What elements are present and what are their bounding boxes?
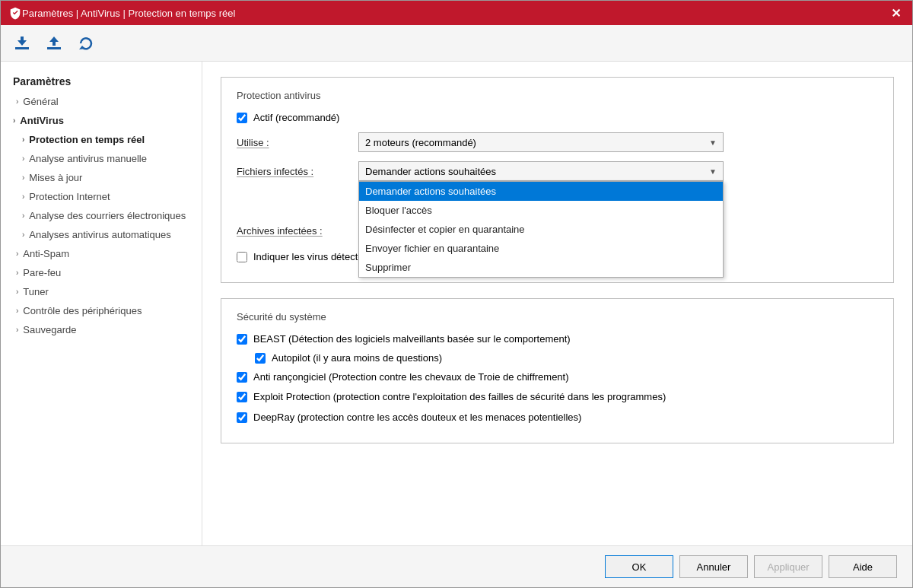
security-section-title: Sécurité du système: [237, 311, 878, 323]
deepray-checkbox[interactable]: [237, 412, 247, 423]
utilise-value: 2 moteurs (recommandé): [365, 137, 476, 148]
svg-rect-2: [47, 47, 61, 49]
refresh-icon: [78, 35, 94, 52]
arrow-icon: ›: [16, 307, 18, 315]
sidebar-label-updates: Mises à jour: [29, 172, 82, 183]
fichiers-row: Fichiers infectés : Demander actions sou…: [237, 161, 878, 181]
sidebar-title: Paramètres: [1, 71, 202, 92]
window-title: Paramètres | AntiVirus | Protection en t…: [22, 8, 886, 19]
dropdown-option-desinfecter[interactable]: Désinfecter et copier en quarantaine: [359, 220, 723, 239]
sidebar-label-firewall: Pare-feu: [23, 267, 61, 278]
sidebar-item-manual[interactable]: › Analyse antivirus manuelle: [1, 149, 202, 168]
indiquer-label[interactable]: Indiquer les virus détectés: [253, 251, 368, 262]
sidebar-label-general: Général: [23, 96, 58, 107]
utilise-dropdown-container: 2 moteurs (recommandé) ▼: [358, 132, 724, 152]
arrow-icon: ›: [16, 250, 18, 258]
sidebar-item-backup[interactable]: › Sauvegarde: [1, 320, 202, 339]
sidebar-item-general[interactable]: › Général: [1, 92, 202, 111]
arrow-icon: ›: [22, 135, 24, 144]
sidebar-item-firewall[interactable]: › Pare-feu: [1, 263, 202, 282]
sidebar-item-auto[interactable]: › Analyses antivirus automatiques: [1, 225, 202, 244]
dropdown-arrow-icon: ▼: [709, 167, 717, 176]
arrow-icon: ›: [22, 154, 24, 163]
content-area: Paramètres › Général › AntiVirus › Prote…: [1, 62, 912, 545]
main-panel: Protection antivirus Actif (recommandé) …: [202, 62, 912, 545]
exploit-row: Exploit Protection (protection contre l'…: [237, 390, 878, 404]
sidebar-label-devices: Contrôle des périphériques: [23, 305, 142, 316]
active-row: Actif (recommandé): [237, 112, 878, 123]
exploit-checkbox[interactable]: [237, 392, 247, 402]
utilise-row: Utilise : 2 moteurs (recommandé) ▼: [237, 132, 878, 152]
archives-label: Archives infectées :: [237, 225, 358, 237]
arrow-icon: ›: [13, 116, 15, 125]
sidebar-label-internet: Protection Internet: [29, 191, 110, 202]
svg-marker-1: [17, 37, 27, 46]
download-icon: [14, 35, 30, 52]
autopilot-row: Autopilot (il y aura moins de questions): [255, 352, 878, 364]
autopilot-checkbox[interactable]: [255, 353, 266, 364]
svg-rect-0: [15, 47, 29, 49]
app-icon: [8, 6, 22, 20]
sidebar-label-antivirus: AntiVirus: [20, 115, 64, 126]
dropdown-option-bloquer[interactable]: Bloquer l'accès: [359, 201, 723, 220]
sidebar-item-updates[interactable]: › Mises à jour: [1, 168, 202, 187]
fichiers-dropdown-container: Demander actions souhaitées ▼ Demander a…: [358, 161, 724, 181]
deepray-label[interactable]: DeepRay (protection contre les accès dou…: [253, 412, 581, 423]
autopilot-label[interactable]: Autopilot (il y aura moins de questions): [272, 352, 442, 364]
fichiers-label: Fichiers infectés :: [237, 166, 358, 177]
toolbar-btn-download[interactable]: [8, 30, 36, 57]
antivirus-section-title: Protection antivirus: [237, 90, 878, 101]
arrow-icon: ›: [16, 326, 18, 334]
active-checkbox[interactable]: [237, 113, 247, 123]
active-label[interactable]: Actif (recommandé): [253, 112, 339, 123]
rancongiciel-row: Anti rançongiciel (Protection contre les…: [237, 371, 878, 383]
aide-button[interactable]: Aide: [829, 555, 897, 578]
beast-label[interactable]: BEAST (Détection des logiciels malveilla…: [253, 333, 571, 345]
close-button[interactable]: ✕: [886, 4, 905, 22]
utilise-dropdown[interactable]: 2 moteurs (recommandé) ▼: [358, 132, 724, 152]
svg-marker-3: [49, 37, 59, 46]
arrow-icon: ›: [22, 230, 24, 239]
toolbar-btn-upload[interactable]: [40, 30, 68, 57]
beast-row: BEAST (Détection des logiciels malveilla…: [237, 333, 878, 345]
sidebar-label-mail: Analyse des courriers électroniques: [29, 210, 186, 221]
toolbar-btn-refresh[interactable]: [72, 30, 100, 57]
utilise-label: Utilise :: [237, 137, 358, 148]
rancongiciel-label[interactable]: Anti rançongiciel (Protection contre les…: [253, 371, 569, 383]
dropdown-option-demander[interactable]: Demander actions souhaitées: [359, 182, 723, 201]
rancongiciel-checkbox[interactable]: [237, 372, 247, 383]
sidebar-item-antispam[interactable]: › Anti-Spam: [1, 244, 202, 263]
appliquer-button[interactable]: Appliquer: [754, 555, 822, 578]
indiquer-checkbox[interactable]: [237, 252, 247, 262]
security-section: Sécurité du système BEAST (Détection des…: [221, 298, 894, 443]
sidebar-item-antivirus[interactable]: › AntiVirus: [1, 111, 202, 130]
dropdown-option-envoyer[interactable]: Envoyer fichier en quarantaine: [359, 239, 723, 258]
sidebar-item-realtime[interactable]: › Protection en temps réel: [1, 130, 202, 149]
beast-checkbox[interactable]: [237, 334, 247, 345]
sidebar-item-tuner[interactable]: › Tuner: [1, 282, 202, 301]
arrow-icon: ›: [22, 173, 24, 182]
toolbar: [1, 25, 912, 62]
arrow-icon: ›: [16, 269, 18, 277]
exploit-label[interactable]: Exploit Protection (protection contre l'…: [253, 390, 666, 404]
dropdown-arrow-icon: ▼: [709, 138, 717, 147]
sidebar: Paramètres › Général › AntiVirus › Prote…: [1, 62, 202, 545]
sidebar-label-backup: Sauvegarde: [23, 324, 76, 335]
footer: OK Annuler Appliquer Aide: [1, 545, 912, 587]
antivirus-section: Protection antivirus Actif (recommandé) …: [221, 77, 894, 283]
annuler-button[interactable]: Annuler: [679, 555, 748, 578]
fichiers-dropdown[interactable]: Demander actions souhaitées ▼: [358, 161, 724, 181]
arrow-icon: ›: [22, 211, 24, 220]
arrow-icon: ›: [16, 97, 18, 106]
arrow-icon: ›: [16, 288, 18, 296]
sidebar-item-internet[interactable]: › Protection Internet: [1, 187, 202, 206]
sidebar-label-realtime: Protection en temps réel: [29, 134, 145, 145]
dropdown-option-supprimer[interactable]: Supprimer: [359, 258, 723, 277]
ok-button[interactable]: OK: [605, 555, 673, 578]
sidebar-item-mail[interactable]: › Analyse des courriers électroniques: [1, 206, 202, 225]
arrow-icon: ›: [22, 192, 24, 201]
sidebar-item-devices[interactable]: › Contrôle des périphériques: [1, 301, 202, 320]
fichiers-value: Demander actions souhaitées: [365, 166, 496, 177]
sidebar-label-antispam: Anti-Spam: [23, 248, 69, 259]
window: Paramètres | AntiVirus | Protection en t…: [0, 0, 913, 588]
